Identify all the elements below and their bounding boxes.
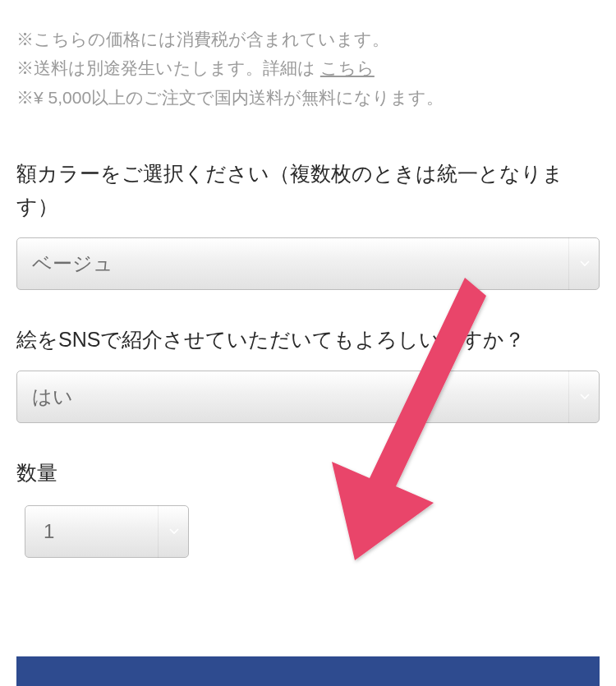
notice-block: ※こちらの価格には消費税が含まれています。 ※送料は別途発生いたします。詳細は … [16,25,600,112]
add-to-cart-button[interactable]: カートに入れる [16,656,600,686]
quantity-group: 数量 1 [16,456,600,558]
sns-permission-select[interactable]: はい [16,371,600,423]
quantity-select-wrapper: 1 [25,505,189,558]
sns-permission-select-wrapper: はい [16,371,600,423]
notice-shipping-text: ※送料は別途発生いたします。詳細は [16,58,315,77]
quantity-label: 数量 [16,456,600,489]
sns-permission-group: 絵をSNSで紹介させていただいてもよろしいですか？ はい [16,323,600,423]
notice-tax: ※こちらの価格には消費税が含まれています。 [16,25,600,53]
notice-shipping: ※送料は別途発生いたします。詳細は こちら [16,53,600,82]
quantity-select[interactable]: 1 [25,505,189,558]
frame-color-label: 額カラーをご選択ください（複数枚のときは統一となります） [16,157,600,223]
frame-color-group: 額カラーをご選択ください（複数枚のときは統一となります） ベージュ [16,157,600,290]
frame-color-select-wrapper: ベージュ [16,237,600,290]
frame-color-select[interactable]: ベージュ [16,237,600,290]
shipping-details-link[interactable]: こちら [320,58,375,77]
notice-free-shipping: ※¥ 5,000以上のご注文で国内送料が無料になります。 [16,83,600,112]
sns-permission-label: 絵をSNSで紹介させていただいてもよろしいですか？ [16,323,600,356]
